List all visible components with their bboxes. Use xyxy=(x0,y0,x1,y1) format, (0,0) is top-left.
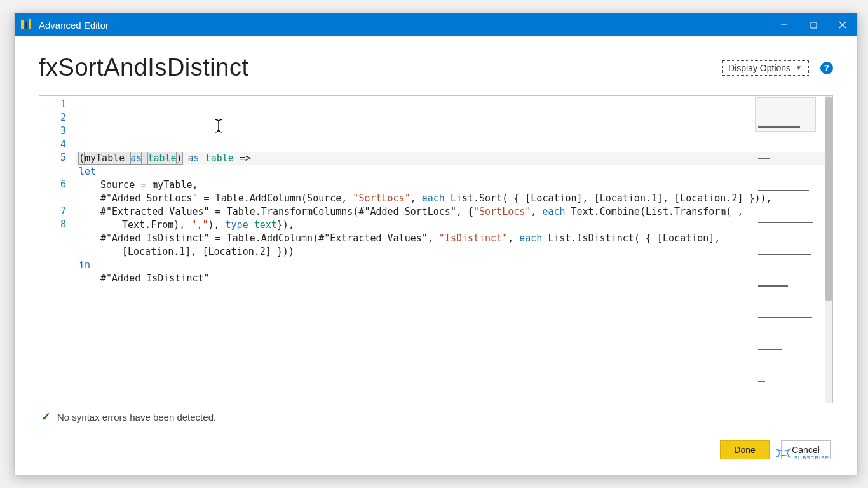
line-number xyxy=(39,165,75,179)
advanced-editor-dialog: Advanced Editor fxSortAndIsDistinct Disp… xyxy=(14,13,858,475)
line-number: 4 xyxy=(39,139,75,152)
code-line[interactable]: let xyxy=(75,165,825,179)
code-line[interactable]: in xyxy=(75,259,825,272)
help-button[interactable]: ? xyxy=(820,62,833,74)
line-number xyxy=(39,192,75,205)
app-icon xyxy=(20,18,32,31)
minimap[interactable] xyxy=(755,97,816,132)
window-title: Advanced Editor xyxy=(39,20,109,30)
display-options-dropdown[interactable]: Display Options ▼ xyxy=(722,60,809,76)
code-editor[interactable]: 12345678 (myTable as table) as xyxy=(39,95,833,403)
query-name: fxSortAndIsDistinct xyxy=(39,54,249,81)
status-message: No syntax errors have been detected. xyxy=(57,412,216,423)
header-row: fxSortAndIsDistinct Display Options ▼ ? xyxy=(39,54,833,81)
background-ribbon xyxy=(0,0,868,13)
line-number: 2 xyxy=(39,112,75,125)
display-options-label: Display Options xyxy=(728,63,790,73)
svg-rect-2 xyxy=(29,19,31,29)
status-row: ✓ No syntax errors have been detected. xyxy=(39,403,833,425)
line-number: 7 xyxy=(39,205,75,219)
scrollbar-thumb[interactable] xyxy=(825,97,832,301)
maximize-button[interactable] xyxy=(799,13,828,36)
svg-rect-1 xyxy=(25,22,27,29)
line-number-gutter: 12345678 xyxy=(39,96,75,403)
titlebar: Advanced Editor xyxy=(15,13,857,36)
code-line[interactable]: Source = myTable, xyxy=(75,179,825,192)
line-number: 6 xyxy=(39,179,75,192)
line-number: 1 xyxy=(39,98,75,112)
code-line[interactable]: #"Added SortLocs" = Table.AddColumn(Sour… xyxy=(75,192,825,205)
minimize-button[interactable] xyxy=(770,13,799,36)
code-line[interactable]: [Location.1], [Location.2] })) xyxy=(75,245,825,259)
close-button[interactable] xyxy=(828,13,857,36)
code-line[interactable]: #"Added IsDistinct" xyxy=(75,272,825,285)
content-area: fxSortAndIsDistinct Display Options ▼ ? … xyxy=(15,36,857,475)
line-number: 5 xyxy=(39,152,75,165)
code-line[interactable]: #"Added IsDistinct" = Table.AddColumn(#"… xyxy=(75,232,825,245)
code-line[interactable]: Text.From), ","), type text}), xyxy=(75,219,825,232)
vertical-scrollbar[interactable] xyxy=(825,96,832,403)
chevron-down-icon: ▼ xyxy=(796,64,802,71)
code-area[interactable]: (myTable as table) as table =>letSource … xyxy=(75,96,825,403)
code-line[interactable]: (myTable as table) as table => xyxy=(75,152,825,165)
svg-rect-4 xyxy=(811,22,817,28)
text-cursor-icon xyxy=(213,119,224,133)
cancel-button[interactable]: Cancel xyxy=(781,440,831,459)
svg-rect-0 xyxy=(21,20,24,29)
line-number: 8 xyxy=(39,219,75,232)
button-row: Done Cancel xyxy=(39,425,833,466)
check-icon: ✓ xyxy=(41,410,51,424)
line-number: 3 xyxy=(39,125,75,139)
code-line[interactable]: #"Extracted Values" = Table.TransformCol… xyxy=(75,205,825,219)
done-button[interactable]: Done xyxy=(720,440,770,459)
